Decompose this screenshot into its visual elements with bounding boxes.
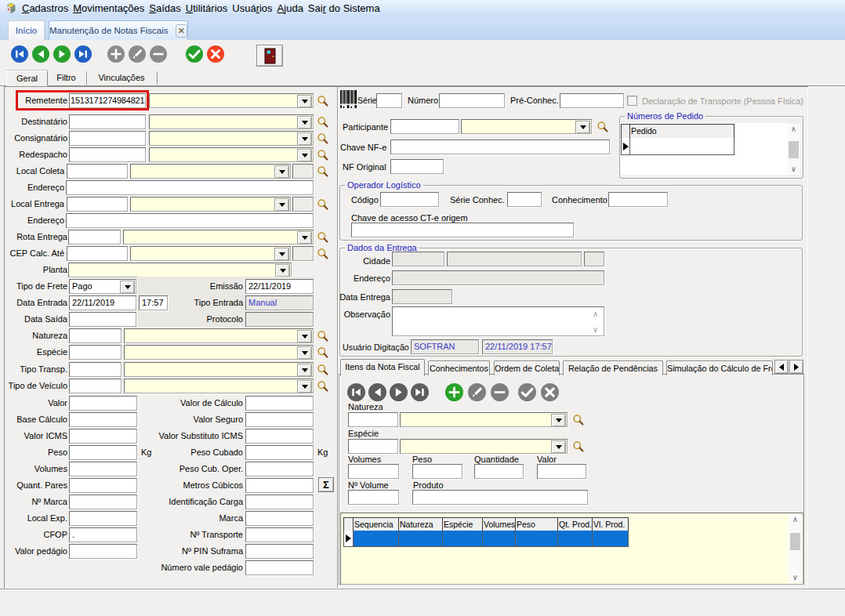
dropdown-arrow-icon[interactable] bbox=[297, 346, 312, 360]
menu-item-sa-das[interactable]: Saídas bbox=[149, 2, 180, 15]
document-tab-notas-fiscais[interactable]: Manutenção de Notas Fiscais✕ bbox=[49, 20, 188, 40]
code-input[interactable] bbox=[69, 362, 121, 377]
items-tab-itens-da-nota-fiscal[interactable]: Itens da Nota Fiscal bbox=[340, 359, 425, 376]
description-combo[interactable] bbox=[149, 147, 314, 162]
menu-item-usu-rios[interactable]: Usuários bbox=[232, 2, 272, 15]
item-natureza-search-icon[interactable] bbox=[572, 414, 585, 426]
cidade-nome-field[interactable] bbox=[447, 252, 582, 266]
tab-filtro[interactable]: Filtro bbox=[46, 71, 86, 85]
dropdown-arrow-icon[interactable] bbox=[575, 121, 590, 134]
value-input[interactable] bbox=[245, 544, 314, 559]
pre-conhec-input[interactable] bbox=[560, 93, 624, 108]
search-icon[interactable] bbox=[317, 231, 329, 244]
endereco-entrega-field[interactable] bbox=[392, 270, 604, 285]
search-icon[interactable] bbox=[317, 116, 329, 129]
data-digitacao-field[interactable]: 22/11/2019 17:57 bbox=[482, 339, 553, 354]
grid-row-cell[interactable] bbox=[442, 531, 483, 547]
exit-button[interactable] bbox=[256, 45, 283, 67]
serie-input[interactable] bbox=[376, 93, 402, 108]
menu-item-sair-do-sistema[interactable]: Sair do Sistema bbox=[308, 2, 380, 15]
scroll-up-icon[interactable]: ∧ bbox=[593, 310, 598, 318]
participante-code-input[interactable] bbox=[390, 119, 459, 134]
delete-item-button[interactable] bbox=[491, 383, 509, 401]
grid-row-cell[interactable] bbox=[557, 531, 593, 547]
insert-item-button[interactable] bbox=[445, 383, 463, 401]
serie-conhec-input[interactable] bbox=[507, 192, 542, 207]
usuario-field[interactable]: SOFTRAN bbox=[411, 339, 479, 354]
numero-input[interactable] bbox=[439, 93, 505, 108]
item-produto-input[interactable] bbox=[412, 490, 588, 505]
dropdown-arrow-icon[interactable] bbox=[297, 231, 312, 245]
search-icon[interactable] bbox=[317, 198, 329, 211]
tab-scroll-left-button[interactable] bbox=[774, 360, 789, 374]
cancel-button[interactable] bbox=[207, 45, 224, 63]
value-input[interactable] bbox=[245, 429, 314, 444]
description-combo[interactable] bbox=[130, 164, 291, 179]
pedidos-scrollbar[interactable]: ∧∨ bbox=[787, 124, 800, 175]
grid-row-cell[interactable] bbox=[592, 531, 629, 547]
code-input[interactable] bbox=[69, 131, 146, 146]
items-tab-conhecimentos[interactable]: Conhecimentos bbox=[428, 361, 490, 375]
address-input[interactable] bbox=[66, 213, 314, 228]
menu-item-movimenta-es[interactable]: Movimentações bbox=[73, 2, 144, 15]
document-tab-inicio[interactable]: Início bbox=[8, 20, 45, 40]
value-input[interactable] bbox=[245, 511, 314, 526]
description-combo[interactable] bbox=[149, 131, 314, 146]
scroll-up-icon[interactable]: ∧ bbox=[787, 125, 800, 133]
next-item-button[interactable] bbox=[390, 383, 408, 401]
codigo-input[interactable] bbox=[380, 192, 439, 207]
dropdown-arrow-icon[interactable] bbox=[297, 149, 312, 162]
cidade-codigo-field[interactable] bbox=[392, 252, 444, 266]
prior-record-button[interactable] bbox=[32, 45, 49, 63]
dropdown-arrow-icon[interactable] bbox=[297, 116, 312, 129]
insert-record-button[interactable] bbox=[107, 45, 125, 63]
edit-item-button[interactable] bbox=[468, 383, 486, 401]
participante-combo[interactable] bbox=[461, 119, 592, 134]
chave-nfe-input[interactable] bbox=[390, 140, 610, 154]
search-icon[interactable] bbox=[317, 149, 329, 161]
dropdown-arrow-icon[interactable] bbox=[297, 132, 312, 146]
menu-item-ajuda[interactable]: Ajuda bbox=[277, 2, 303, 15]
description-combo[interactable] bbox=[124, 362, 314, 377]
code-input[interactable]: 1513171274984821 bbox=[69, 93, 146, 108]
next-record-button[interactable] bbox=[53, 45, 71, 63]
value-input[interactable] bbox=[245, 396, 314, 411]
value-input[interactable] bbox=[245, 412, 314, 427]
search-icon[interactable] bbox=[317, 380, 329, 393]
grid-row-cell[interactable] bbox=[398, 531, 443, 547]
item-especie-search-icon[interactable] bbox=[572, 440, 585, 453]
description-combo[interactable] bbox=[123, 230, 314, 245]
participante-search-icon[interactable] bbox=[597, 121, 609, 133]
tab-vincula-es[interactable]: Vinculações bbox=[86, 71, 157, 85]
search-icon[interactable] bbox=[317, 330, 329, 342]
grid-row-cell[interactable] bbox=[482, 531, 516, 547]
items-tab-rela-o-de-pend-ncias[interactable]: Relação de Pendências bbox=[563, 361, 663, 375]
conhecimento-input[interactable] bbox=[608, 192, 668, 207]
confirm-button[interactable] bbox=[186, 45, 203, 63]
scroll-down-icon[interactable]: ∨ bbox=[789, 574, 802, 582]
close-icon[interactable]: ✕ bbox=[176, 24, 188, 38]
dropdown-arrow-icon[interactable] bbox=[274, 198, 289, 212]
code-input[interactable] bbox=[67, 164, 128, 179]
first-item-button[interactable] bbox=[347, 383, 365, 401]
dropdown-arrow-icon[interactable] bbox=[274, 165, 289, 179]
last-record-button[interactable] bbox=[74, 45, 92, 63]
code-input[interactable] bbox=[67, 197, 128, 212]
code-input[interactable] bbox=[69, 114, 146, 129]
scrollbar-thumb[interactable] bbox=[789, 141, 799, 158]
code-input[interactable] bbox=[69, 147, 146, 162]
dropdown-arrow-icon[interactable] bbox=[297, 380, 312, 393]
code-input[interactable] bbox=[69, 328, 121, 343]
pedido-cell[interactable] bbox=[629, 138, 734, 155]
nf-original-input[interactable] bbox=[390, 159, 444, 174]
value-input[interactable] bbox=[245, 560, 314, 575]
menu-item-utilit-rios[interactable]: Utilitários bbox=[186, 2, 227, 15]
scroll-up-icon[interactable]: ∧ bbox=[789, 516, 802, 524]
items-tab-simula-o-do-c-lculo-de-frete[interactable]: Simulação do Cálculo de Frete bbox=[666, 361, 773, 375]
value-input[interactable] bbox=[245, 527, 314, 542]
tab-scroll-right-button[interactable] bbox=[789, 360, 803, 374]
dropdown-arrow-icon[interactable] bbox=[297, 364, 312, 377]
declaracao-checkbox[interactable] bbox=[627, 96, 637, 106]
confirm-item-button[interactable] bbox=[518, 383, 536, 401]
data-entrega-field[interactable] bbox=[392, 289, 452, 304]
